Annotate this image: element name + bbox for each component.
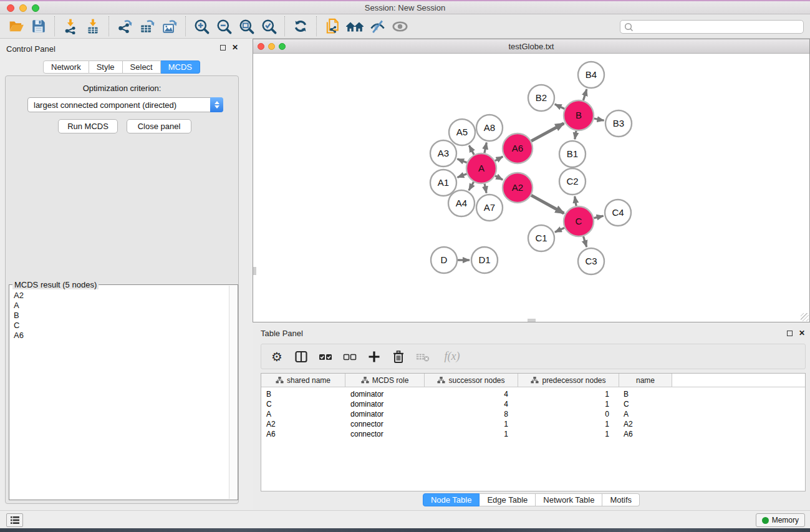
run-mcds-button[interactable]: Run MCDS (58, 119, 118, 133)
table-row[interactable]: A6connector11A6 (261, 429, 805, 439)
edge-B-B3[interactable] (594, 118, 604, 120)
table-row[interactable]: Adominator80A (261, 409, 805, 419)
select-all-button[interactable] (318, 349, 333, 364)
memory-button[interactable]: Memory (756, 513, 805, 527)
edge-C-C2[interactable] (575, 196, 576, 206)
edge-A-A3[interactable] (457, 159, 466, 163)
vertical-scroll-thumb[interactable] (253, 267, 256, 275)
node-A1[interactable]: A1 (430, 170, 456, 196)
column-header-MCDS-role[interactable]: MCDS role (345, 374, 425, 387)
node-C1[interactable]: C1 (528, 225, 554, 251)
edge-B-B2[interactable] (555, 104, 565, 109)
node-A6[interactable]: A6 (503, 133, 533, 163)
column-header-predecessor-nodes[interactable]: predecessor nodes (518, 374, 619, 387)
tab-select[interactable]: Select (123, 60, 161, 74)
tab-edge-table[interactable]: Edge Table (480, 493, 536, 506)
float-panel-icon[interactable] (220, 45, 226, 51)
node-D1[interactable]: D1 (471, 247, 498, 273)
result-scrollbar[interactable] (229, 286, 237, 499)
save-session-button[interactable] (27, 16, 50, 37)
table-row[interactable]: Cdominator41C (261, 399, 805, 409)
split-panel-button[interactable] (294, 349, 309, 364)
float-table-panel-icon[interactable] (787, 331, 793, 336)
close-window-icon[interactable] (7, 4, 14, 12)
column-header-successor-nodes[interactable]: successor nodes (425, 374, 518, 387)
tab-style[interactable]: Style (89, 60, 123, 74)
node-A5[interactable]: A5 (449, 119, 475, 145)
close-panel-icon[interactable]: ✕ (232, 44, 238, 51)
horizontal-scroll-thumb[interactable] (528, 319, 536, 322)
function-builder-button[interactable]: f(x) (440, 349, 465, 364)
hide-graphics-details-button[interactable] (366, 16, 388, 37)
delete-row-button[interactable] (391, 349, 406, 364)
import-network-button[interactable] (59, 16, 82, 37)
table-settings-button[interactable]: ⚙ (269, 349, 284, 364)
network-minimize-icon[interactable] (268, 43, 275, 50)
node-C2[interactable]: C2 (559, 168, 586, 195)
tab-network[interactable]: Network (43, 60, 89, 74)
refresh-layout-button[interactable] (289, 16, 312, 37)
zoom-in-button[interactable] (190, 16, 213, 37)
edge-A-A5[interactable] (469, 145, 474, 155)
export-network-button[interactable] (113, 16, 136, 37)
node-C3[interactable]: C3 (578, 248, 604, 274)
network-zoom-icon[interactable] (279, 43, 286, 50)
node-C4[interactable]: C4 (605, 200, 631, 226)
task-history-button[interactable] (6, 513, 23, 527)
edge-C-C1[interactable] (555, 228, 564, 232)
node-B[interactable]: B (564, 100, 594, 130)
search-box[interactable] (620, 20, 804, 34)
show-details-button[interactable] (388, 16, 411, 37)
node-A[interactable]: A (466, 153, 496, 183)
edge-A-A8[interactable] (485, 143, 486, 153)
add-row-button[interactable] (367, 349, 382, 364)
node-A2[interactable]: A2 (503, 173, 533, 203)
tab-network-table[interactable]: Network Table (536, 493, 602, 506)
node-A4[interactable]: A4 (448, 190, 475, 216)
tab-node-table[interactable]: Node Table (423, 493, 480, 506)
result-item[interactable]: C (10, 321, 228, 331)
close-panel-button[interactable]: Close panel (127, 119, 191, 133)
edge-B-B1[interactable] (575, 131, 576, 140)
edge-A-A4[interactable] (469, 182, 474, 191)
result-item[interactable]: A6 (10, 331, 228, 341)
node-A8[interactable]: A8 (476, 115, 503, 141)
resize-grip[interactable] (801, 313, 809, 321)
edge-A6-B[interactable] (531, 123, 564, 141)
minimize-window-icon[interactable] (19, 4, 27, 12)
open-session-button[interactable] (5, 16, 27, 37)
node-C[interactable]: C (564, 206, 594, 236)
node-A7[interactable]: A7 (476, 195, 503, 221)
export-table-button[interactable] (136, 16, 158, 37)
tab-motifs[interactable]: Motifs (602, 493, 640, 506)
network-close-icon[interactable] (258, 43, 264, 50)
edge-A2-C[interactable] (531, 195, 564, 213)
node-B3[interactable]: B3 (605, 110, 632, 137)
edge-C-C3[interactable] (584, 236, 587, 247)
delete-table-button[interactable] (415, 349, 430, 364)
result-item[interactable]: A (10, 301, 228, 311)
node-A3[interactable]: A3 (430, 140, 456, 167)
mcds-result-list[interactable]: A2ABCA6 (10, 291, 228, 341)
edge-A-A2[interactable] (495, 176, 503, 180)
node-B2[interactable]: B2 (528, 85, 554, 111)
node-B1[interactable]: B1 (559, 141, 586, 167)
node-D[interactable]: D (431, 247, 457, 273)
edge-A-A6[interactable] (495, 157, 503, 161)
zoom-out-button[interactable] (213, 16, 235, 37)
export-image-button[interactable] (158, 16, 181, 37)
result-item[interactable]: A2 (10, 291, 228, 301)
zoom-selected-button[interactable] (258, 16, 280, 37)
zoom-window-icon[interactable] (32, 4, 39, 12)
edge-A-A7[interactable] (485, 184, 486, 193)
close-table-panel-icon[interactable]: ✕ (799, 330, 805, 337)
edge-B-B4[interactable] (583, 89, 587, 100)
network-canvas[interactable]: B4B2BB3A8A5A6A3B1AA1C2A2A4A7C4CC1DD1C3 (253, 54, 809, 322)
table-row[interactable]: Bdominator41B (261, 389, 805, 399)
tab-mcds[interactable]: MCDS (161, 60, 200, 74)
zoom-fit-button[interactable] (235, 16, 258, 37)
edge-C-C4[interactable] (594, 216, 603, 218)
clone-network-button[interactable] (321, 16, 344, 37)
import-table-button[interactable] (82, 16, 104, 37)
node-B4[interactable]: B4 (578, 62, 604, 88)
